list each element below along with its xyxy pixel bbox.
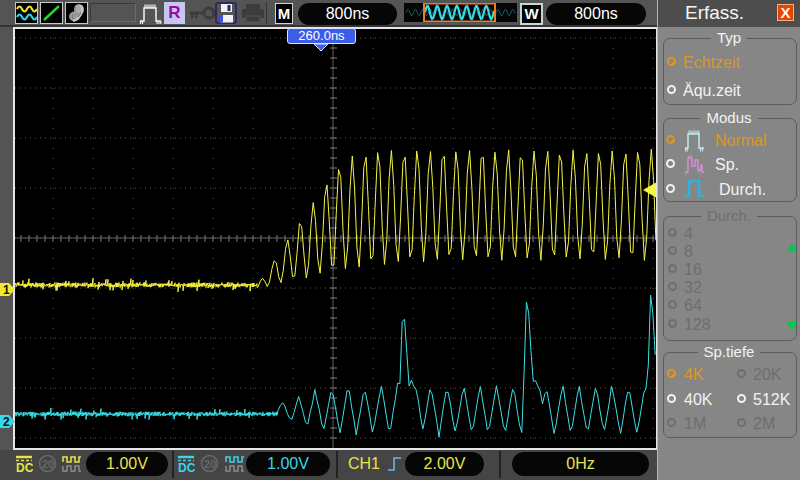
svg-text:DC: DC	[16, 461, 33, 473]
svg-text:20: 20	[204, 458, 216, 470]
svg-text:DC: DC	[178, 461, 195, 473]
svg-text:2: 2	[3, 415, 10, 429]
svg-text:1: 1	[3, 283, 10, 297]
svg-text:20: 20	[42, 458, 54, 470]
